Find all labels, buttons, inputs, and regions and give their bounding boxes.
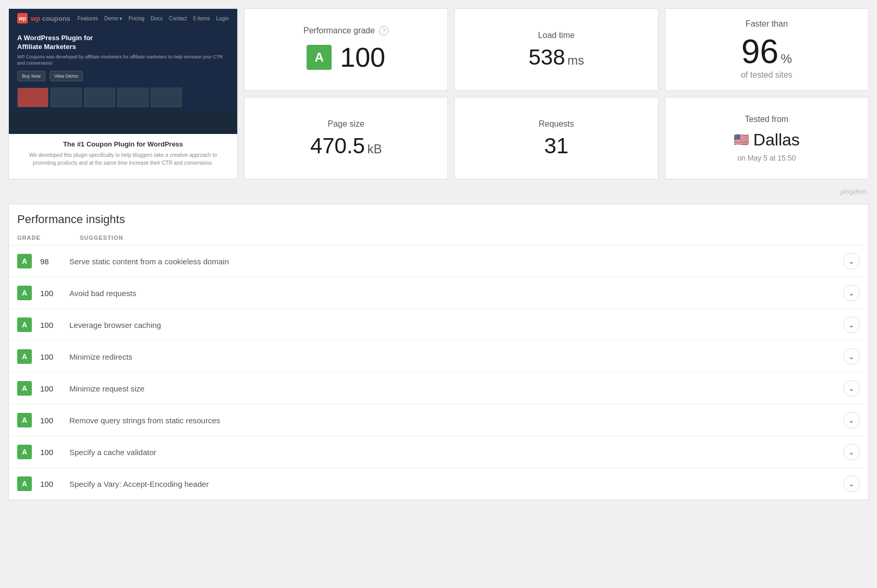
pingdom-credit: pingdom [8, 186, 869, 200]
load-time-card: Load time 538 ms [454, 8, 658, 91]
metric-grade-row: A 100 [307, 42, 385, 73]
insight-expand-button[interactable]: ⌄ [843, 285, 860, 301]
insight-row: A 100 Specify a Vary: Accept-Encoding he… [9, 468, 868, 500]
top-section: wp wp coupons Features Demo ▾ Pricing Do… [8, 8, 869, 179]
faster-than-label: Faster than [746, 19, 788, 29]
flag-icon: 🇺🇸 [734, 132, 749, 147]
insight-score: 100 [40, 480, 61, 488]
insight-score: 100 [40, 384, 61, 393]
faster-than-percent: 96 [741, 33, 778, 70]
insight-text: Leverage browser caching [69, 321, 835, 329]
insight-text: Minimize redirects [69, 352, 835, 361]
metrics-grid: Performance grade ? A 100 Load time 538 … [244, 8, 869, 179]
load-time-value-row: 538 ms [529, 46, 584, 68]
insights-header-suggestion: SUGGESTION [80, 235, 860, 241]
faster-than-percent-sign: % [781, 52, 791, 66]
performance-grade-card: Performance grade ? A 100 [244, 8, 448, 91]
preview-caption: The #1 Coupon Plugin for WordPress [17, 140, 229, 148]
insights-rows-container: A 98 Serve static content from a cookiel… [9, 246, 868, 500]
insight-grade-badge: A [17, 349, 32, 364]
wp-logo-product: coupons [42, 15, 70, 22]
page-size-value: 470.5 [310, 133, 365, 158]
screenshot-thumb-3 [84, 88, 115, 107]
insight-row: A 100 Minimize request size ⌄ [9, 373, 868, 405]
tested-from-city: 🇺🇸 Dallas [734, 130, 800, 150]
faster-than-card: Faster than 96 % of tested sites [665, 8, 869, 91]
grade-badge: A [307, 45, 332, 70]
insight-expand-button[interactable]: ⌄ [843, 444, 860, 460]
preview-text-section: The #1 Coupon Plugin for WordPress We de… [9, 134, 237, 173]
insight-text: Serve static content from a cookieless d… [69, 257, 835, 266]
insight-grade-badge: A [17, 413, 32, 427]
preview-screenshots [9, 85, 237, 109]
main-container: wp wp coupons Features Demo ▾ Pricing Do… [0, 0, 877, 509]
insight-expand-button[interactable]: ⌄ [843, 412, 860, 428]
load-time-value: 538 [529, 45, 565, 69]
tested-from-date: on May 5 at 15:50 [737, 154, 796, 162]
page-size-value-row: 470.5 kB [310, 135, 382, 157]
faster-than-subtitle: of tested sites [741, 70, 793, 80]
grade-score: 100 [340, 42, 385, 73]
nav-contact[interactable]: Contact [169, 16, 187, 21]
insights-section: Performance insights GRADE SUGGESTION A … [8, 204, 869, 500]
insight-score: 100 [40, 448, 61, 457]
insight-expand-button[interactable]: ⌄ [843, 316, 860, 333]
insight-expand-button[interactable]: ⌄ [843, 348, 860, 365]
nav-pricing[interactable]: Pricing [128, 16, 144, 21]
performance-grade-label: Performance grade ? [303, 26, 388, 36]
insight-text: Avoid bad requests [69, 289, 835, 298]
insight-score: 100 [40, 352, 61, 361]
insight-score: 98 [40, 257, 61, 266]
hero-heading: A WordPress Plugin forAffiliate Marketer… [17, 34, 229, 52]
load-time-unit: ms [567, 53, 584, 67]
wp-logo-text: wp coupons [31, 15, 70, 22]
insight-text: Specify a Vary: Accept-Encoding header [69, 480, 835, 488]
requests-card: Requests 31 [454, 97, 658, 179]
page-size-card: Page size 470.5 kB [244, 97, 448, 179]
insight-text: Minimize request size [69, 384, 835, 393]
screenshot-thumb-5 [151, 88, 182, 107]
nav-features[interactable]: Features [78, 16, 98, 21]
page-size-unit: kB [367, 142, 382, 156]
insight-row: A 100 Specify a cache validator ⌄ [9, 436, 868, 468]
wp-logo: wp wp coupons [17, 13, 70, 23]
load-time-label: Load time [538, 31, 575, 40]
insight-row: A 100 Avoid bad requests ⌄ [9, 277, 868, 309]
nav-login[interactable]: Login [216, 16, 229, 21]
insight-text: Specify a cache validator [69, 448, 835, 457]
insight-expand-button[interactable]: ⌄ [843, 380, 860, 397]
nav-cart[interactable]: 0 items [193, 16, 210, 21]
nav-demo[interactable]: Demo ▾ [104, 16, 122, 21]
preview-hero: A WordPress Plugin forAffiliate Marketer… [9, 28, 237, 85]
insights-header-grade: GRADE [17, 235, 80, 241]
tested-from-label: Tested from [745, 115, 789, 124]
buy-now-button[interactable]: Buy Now [17, 71, 45, 81]
requests-label: Requests [539, 119, 574, 129]
insight-grade-badge: A [17, 381, 32, 396]
insight-grade-badge: A [17, 254, 32, 268]
screenshot-thumb-4 [117, 88, 149, 107]
nav-docs[interactable]: Docs [151, 16, 163, 21]
insight-expand-button[interactable]: ⌄ [843, 475, 860, 492]
insight-score: 100 [40, 321, 61, 329]
faster-than-value-row: 96 % [741, 35, 792, 68]
tested-from-city-name: Dallas [753, 130, 800, 150]
help-icon[interactable]: ? [379, 26, 388, 35]
insight-expand-button[interactable]: ⌄ [843, 253, 860, 270]
insight-row: A 100 Leverage browser caching ⌄ [9, 309, 868, 341]
insight-row: A 98 Serve static content from a cookiel… [9, 246, 868, 277]
screenshot-thumb-2 [51, 88, 82, 107]
preview-subcaption: We developed this plugin specifically to… [17, 151, 229, 167]
insight-grade-badge: A [17, 317, 32, 332]
requests-value: 31 [544, 135, 569, 157]
page-size-label: Page size [328, 119, 364, 129]
insight-score: 100 [40, 416, 61, 425]
preview-buttons: Buy Now View Demo [17, 71, 229, 81]
screenshot-thumb-1 [17, 88, 48, 107]
insight-row: A 100 Minimize redirects ⌄ [9, 341, 868, 373]
wp-nav: Features Demo ▾ Pricing Docs Contact 0 i… [78, 16, 229, 21]
site-preview-card: wp wp coupons Features Demo ▾ Pricing Do… [8, 8, 238, 179]
insight-row: A 100 Remove query strings from static r… [9, 405, 868, 436]
insights-title: Performance insights [9, 204, 868, 230]
view-demo-button[interactable]: View Demo [50, 71, 83, 81]
